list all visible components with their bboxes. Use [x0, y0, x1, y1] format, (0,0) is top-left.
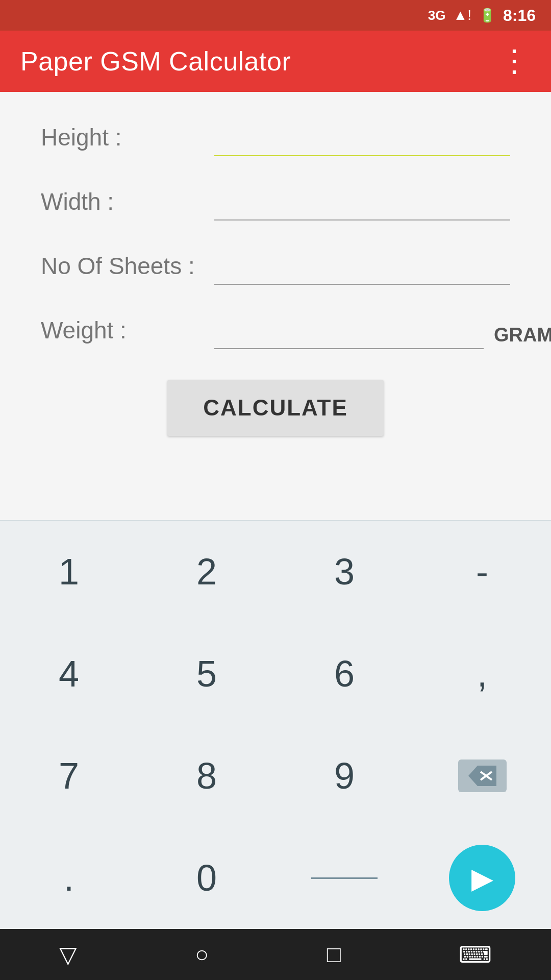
- home-button[interactable]: ○: [195, 941, 209, 968]
- key-9[interactable]: 9: [276, 725, 413, 827]
- keyboard-grid: 1 2 3 - 4 5 6 , 7 8 9 . 0 ▶: [0, 521, 551, 929]
- svg-marker-0: [468, 766, 496, 786]
- app-bar: Paper GSM Calculator ⋮: [0, 31, 551, 92]
- sheets-row: No Of Sheets :: [41, 251, 510, 285]
- weight-row: Weight : GRAM ▼: [41, 315, 510, 349]
- weight-input[interactable]: [214, 315, 484, 349]
- height-label: Height :: [41, 124, 214, 156]
- backspace-icon: [468, 766, 496, 786]
- key-5[interactable]: 5: [138, 623, 276, 725]
- nav-bar: ▽ ○ □ ⌨: [0, 929, 551, 980]
- sheets-input[interactable]: [214, 251, 510, 285]
- weight-label: Weight :: [41, 316, 214, 349]
- recent-button[interactable]: □: [327, 941, 341, 968]
- key-3[interactable]: 3: [276, 521, 413, 623]
- key-2[interactable]: 2: [138, 521, 276, 623]
- overflow-menu-icon[interactable]: ⋮: [499, 46, 531, 77]
- status-bar: 3G ▲! 🔋 8:16: [0, 0, 551, 31]
- key-dot[interactable]: .: [0, 827, 138, 929]
- key-7[interactable]: 7: [0, 725, 138, 827]
- key-0[interactable]: 0: [138, 827, 276, 929]
- app-title: Paper GSM Calculator: [20, 46, 291, 77]
- key-next[interactable]: ▶: [413, 827, 551, 929]
- sheets-label: No Of Sheets :: [41, 252, 214, 285]
- keyboard: 1 2 3 - 4 5 6 , 7 8 9 . 0 ▶: [0, 520, 551, 929]
- back-button[interactable]: ▽: [59, 941, 77, 968]
- height-input[interactable]: [214, 122, 510, 156]
- weight-unit-dropdown[interactable]: GRAM ▼: [494, 324, 551, 349]
- width-label: Width :: [41, 188, 214, 220]
- height-row: Height :: [41, 122, 510, 156]
- signal-icon: ▲!: [453, 7, 471, 23]
- key-4[interactable]: 4: [0, 623, 138, 725]
- weight-unit-label: GRAM: [494, 324, 551, 346]
- time-display: 8:16: [503, 6, 536, 25]
- key-comma[interactable]: ,: [413, 623, 551, 725]
- battery-icon: 🔋: [479, 8, 495, 23]
- weight-input-container: GRAM ▼: [214, 315, 551, 349]
- keyboard-button[interactable]: ⌨: [459, 941, 492, 968]
- width-input[interactable]: [214, 187, 510, 220]
- calculate-button[interactable]: CALCULATE: [167, 380, 384, 436]
- network-indicator: 3G: [428, 8, 446, 23]
- button-row: CALCULATE: [41, 380, 510, 436]
- main-content: Height : Width : No Of Sheets : Weight :…: [0, 92, 551, 467]
- key-space[interactable]: [276, 827, 413, 929]
- key-8[interactable]: 8: [138, 725, 276, 827]
- key-1[interactable]: 1: [0, 521, 138, 623]
- width-row: Width :: [41, 187, 510, 220]
- key-6[interactable]: 6: [276, 623, 413, 725]
- key-minus[interactable]: -: [413, 521, 551, 623]
- key-backspace[interactable]: [413, 725, 551, 827]
